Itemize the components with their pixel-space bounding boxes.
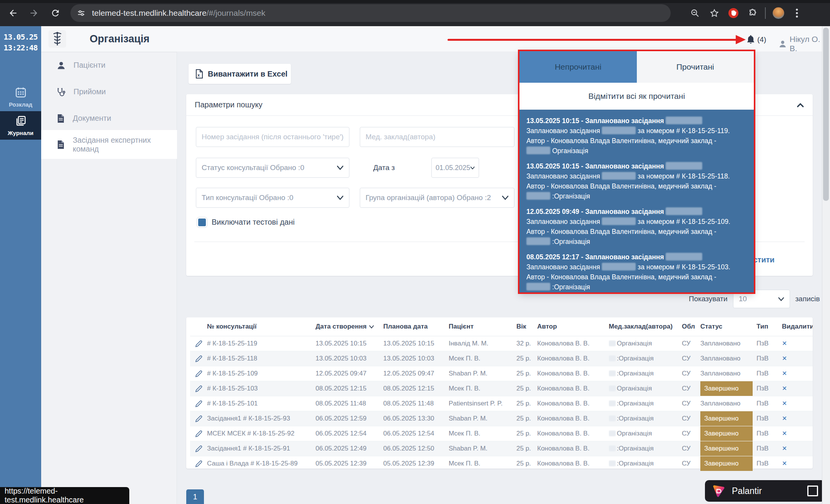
rail-item-journals[interactable]: Журнали bbox=[0, 111, 41, 140]
page-size-control: Показувати 10 записів bbox=[689, 290, 820, 308]
redacted-text bbox=[609, 340, 616, 346]
redacted-text bbox=[609, 416, 616, 421]
session-number-input[interactable]: Номер засідання (після останнього 'тире'… bbox=[196, 127, 349, 147]
edit-pencil-icon[interactable] bbox=[190, 340, 207, 347]
notification-item[interactable]: 12.05.2025 09:49 - Заплановано засідання… bbox=[526, 207, 747, 247]
edit-pencil-icon[interactable] bbox=[190, 385, 207, 392]
sidebar-item-expert-team-sessions[interactable]: Засідання експертних команд bbox=[41, 130, 177, 159]
delete-x-icon[interactable]: ✕ bbox=[782, 370, 787, 377]
delete-x-icon[interactable]: ✕ bbox=[782, 355, 787, 362]
palantir-window-icon[interactable] bbox=[807, 486, 818, 496]
rail-item-schedule[interactable]: Розклад bbox=[0, 83, 41, 111]
datetime-display: 13.05.25 13:22:48 bbox=[0, 32, 41, 53]
org-group-value: Група організацій (автора) Обрано :2 bbox=[366, 194, 491, 202]
toolbar-separator bbox=[765, 7, 766, 19]
bookmark-star-icon[interactable] bbox=[707, 5, 721, 22]
consultation-number-cell: # К-18-15-25-101 bbox=[207, 400, 316, 407]
delete-x-icon[interactable]: ✕ bbox=[782, 445, 787, 452]
type-cell: ПзВ bbox=[757, 460, 776, 467]
delete-button[interactable]: ✕ bbox=[776, 415, 813, 422]
profile-avatar[interactable] bbox=[771, 5, 786, 22]
edit-pencil-icon[interactable] bbox=[190, 445, 207, 452]
created-date-cell: 08.05.2025 12:15 bbox=[316, 385, 383, 392]
notifications-bell-button[interactable]: (4) bbox=[746, 35, 766, 45]
site-info-icon[interactable] bbox=[70, 5, 92, 22]
delete-button[interactable]: ✕ bbox=[776, 400, 813, 407]
consultation-type-select[interactable]: Тип консультації Обрано :0 bbox=[196, 188, 349, 208]
exclude-test-data-checkbox[interactable] bbox=[197, 217, 207, 227]
scrollbar-thumb[interactable] bbox=[823, 28, 829, 201]
palantir-widget[interactable]: Palantir bbox=[705, 480, 825, 502]
notification-item[interactable]: 08.05.2025 12:17 - Заплановано засідання… bbox=[526, 252, 747, 292]
med-org-cell: :Організація bbox=[609, 400, 682, 407]
med-org-cell: :Організація bbox=[609, 460, 682, 467]
created-date-cell: 12.05.2025 09:47 bbox=[316, 370, 383, 377]
column-header-sortable[interactable]: Дата створення bbox=[316, 323, 383, 330]
notification-item[interactable]: 13.05.2025 10:15 - Заплановано засідання… bbox=[526, 116, 747, 156]
created-date-cell: 06.05.2025 12:54 bbox=[316, 430, 383, 437]
delete-button[interactable]: ✕ bbox=[776, 445, 813, 452]
calendar-icon bbox=[15, 87, 27, 98]
edit-pencil-icon[interactable] bbox=[190, 370, 207, 377]
adblock-extension-icon[interactable] bbox=[726, 5, 740, 22]
edit-pencil-icon[interactable] bbox=[190, 460, 207, 467]
reload-icon[interactable] bbox=[47, 5, 64, 22]
column-header: Автор bbox=[537, 323, 609, 330]
date-from-select[interactable]: 01.05.2025 bbox=[431, 158, 479, 178]
mark-all-read-button[interactable]: Відмітити всі як прочитані bbox=[519, 83, 754, 110]
document-icon bbox=[57, 114, 65, 123]
extensions-puzzle-icon[interactable] bbox=[746, 5, 760, 22]
back-icon[interactable] bbox=[5, 5, 22, 22]
notification-item[interactable]: 13.05.2025 10:15 - Заплановано засідання… bbox=[526, 161, 747, 201]
region-cell: СУ bbox=[682, 460, 700, 467]
consultation-status-select[interactable]: Статус консультації Обрано :0 bbox=[196, 158, 349, 178]
tab-read[interactable]: Прочитані bbox=[637, 51, 754, 83]
pagination-page-1-button[interactable]: 1 bbox=[186, 489, 204, 504]
table-row: Саша і Влада # К-18-15-25-8905.05.2025 1… bbox=[190, 456, 813, 471]
med-org-cell: Організація bbox=[609, 385, 682, 392]
edit-pencil-icon[interactable] bbox=[190, 430, 207, 437]
delete-x-icon[interactable]: ✕ bbox=[782, 415, 787, 422]
delete-x-icon[interactable]: ✕ bbox=[782, 340, 787, 347]
export-excel-label: Вивантажити в Excel bbox=[208, 70, 287, 78]
delete-x-icon[interactable]: ✕ bbox=[782, 430, 787, 437]
delete-button[interactable]: ✕ bbox=[776, 340, 813, 347]
address-bar[interactable]: telemed-test.medlink.healthcare/#/journa… bbox=[70, 4, 671, 22]
patient-cell: Інвалід М. М. bbox=[449, 340, 516, 347]
delete-button[interactable]: ✕ bbox=[776, 430, 813, 437]
page-size-select[interactable]: 10 bbox=[733, 290, 790, 308]
forward-icon[interactable] bbox=[25, 5, 42, 22]
find-zoom-icon[interactable] bbox=[688, 5, 702, 22]
menu-kebab-icon[interactable] bbox=[791, 5, 803, 22]
age-cell: 25 р. bbox=[516, 385, 537, 392]
med-org-input[interactable]: Мед. заклад(автора) bbox=[360, 127, 514, 147]
consultation-number-cell: # К-18-15-25-109 bbox=[207, 370, 316, 377]
author-cell: Коновалова В. В. bbox=[537, 400, 609, 407]
region-cell: СУ bbox=[682, 385, 700, 392]
export-excel-button[interactable]: x Вивантажити в Excel bbox=[189, 64, 291, 84]
browser-actions bbox=[688, 5, 803, 22]
sidebar-item-documents[interactable]: Документи bbox=[41, 105, 177, 132]
author-cell: Коновалова В. В. bbox=[537, 445, 609, 452]
status-badge: Завершено bbox=[700, 411, 753, 426]
sidebar-item-patients[interactable]: Пацієнти bbox=[41, 52, 177, 78]
edit-pencil-icon[interactable] bbox=[190, 415, 207, 422]
delete-x-icon[interactable]: ✕ bbox=[782, 400, 787, 407]
delete-x-icon[interactable]: ✕ bbox=[782, 460, 787, 467]
edit-pencil-icon[interactable] bbox=[190, 355, 207, 362]
delete-button[interactable]: ✕ bbox=[776, 370, 813, 377]
delete-button[interactable]: ✕ bbox=[776, 385, 813, 392]
delete-button[interactable]: ✕ bbox=[776, 355, 813, 362]
collapse-chevron-up-icon[interactable] bbox=[797, 102, 804, 108]
org-group-select[interactable]: Група організацій (автора) Обрано :2 bbox=[360, 188, 514, 208]
delete-button[interactable]: ✕ bbox=[776, 460, 813, 467]
tab-unread[interactable]: Непрочитані bbox=[519, 51, 637, 83]
delete-x-icon[interactable]: ✕ bbox=[782, 385, 787, 392]
planned-date-cell: 13.05.2025 10:15 bbox=[383, 340, 449, 347]
sidebar-item-appointments[interactable]: Прийоми bbox=[41, 78, 177, 105]
rail-label-schedule: Розклад bbox=[0, 101, 41, 108]
region-cell: СУ bbox=[682, 355, 700, 362]
edit-pencil-icon[interactable] bbox=[190, 400, 207, 407]
redacted-text bbox=[666, 117, 702, 124]
redacted-text bbox=[526, 192, 550, 200]
